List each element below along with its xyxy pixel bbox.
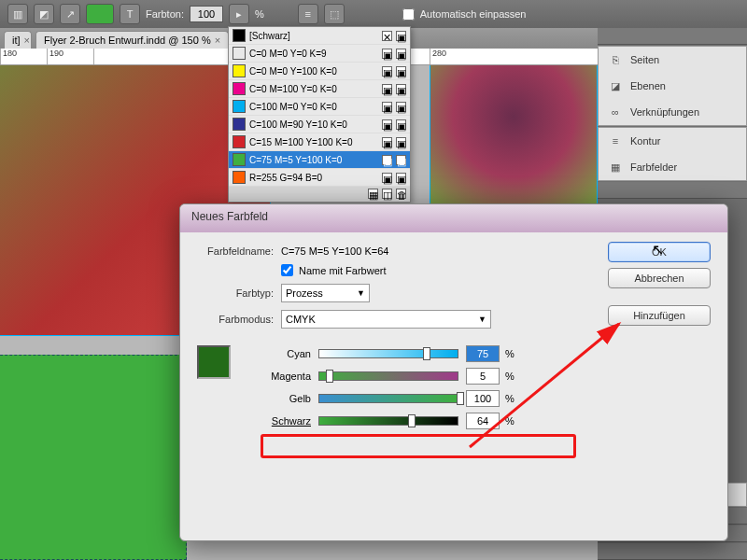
- tool-icon[interactable]: ↗: [60, 4, 80, 24]
- svg-line-0: [470, 324, 619, 447]
- panel-collapse-bar[interactable]: [598, 28, 747, 45]
- swatch-item[interactable]: C=100 M=90 Y=10 K=0▣▣: [229, 116, 410, 133]
- swatch-item[interactable]: C=0 M=0 Y=0 K=9▣▣: [229, 45, 410, 63]
- wrap-icon[interactable]: ⬚: [324, 4, 345, 24]
- panel-collapse-bar[interactable]: [598, 182, 747, 199]
- dialog-title: Neues Farbfeld: [180, 204, 727, 232]
- name-with-value-checkbox[interactable]: [281, 264, 293, 276]
- panel-ebenen[interactable]: ◪Ebenen: [599, 73, 746, 99]
- type-tool-icon[interactable]: T: [120, 4, 140, 24]
- name-with-value-label: Name mit Farbwert: [299, 265, 387, 276]
- align-icon[interactable]: ≡: [298, 4, 318, 24]
- close-icon[interactable]: ×: [24, 35, 30, 46]
- schwarz-slider[interactable]: [318, 416, 458, 426]
- panel-verknuepfungen[interactable]: ∞Verknüpfungen: [599, 99, 746, 125]
- pages-icon: ⎘: [608, 52, 623, 67]
- document-tab[interactable]: it]×: [4, 31, 32, 49]
- tool-icon[interactable]: ◩: [34, 4, 54, 24]
- swatch-item[interactable]: C=100 M=0 Y=0 K=0▣▣: [229, 98, 410, 116]
- swatch-item[interactable]: R=255 G=94 B=0▣▣: [229, 169, 410, 187]
- application-toolbar: ▥ ◩ ↗ T Farbton: ▸ % ≡ ⬚ Automatisch ein…: [0, 0, 747, 28]
- trash-icon[interactable]: 🗑: [396, 189, 406, 199]
- magenta-slider[interactable]: [318, 371, 458, 381]
- farbtyp-select[interactable]: Prozess▼: [281, 284, 370, 302]
- stroke-icon: ≡: [608, 133, 623, 148]
- swatch-item[interactable]: [Schwarz]✕▣: [229, 27, 410, 45]
- cyan-label: Cyan: [246, 348, 318, 359]
- farbton-label: Farbton:: [146, 8, 184, 20]
- swatches-dropdown: [Schwarz]✕▣ C=0 M=0 Y=0 K=9▣▣ C=0 M=0 Y=…: [228, 26, 411, 203]
- swatch-item[interactable]: C=0 M=100 Y=0 K=0▣▣: [229, 80, 410, 98]
- farbmodus-label: Farbmodus:: [197, 314, 281, 325]
- farbton-input[interactable]: [190, 6, 223, 22]
- swatch-name-value: C=75 M=5 Y=100 K=64: [281, 245, 388, 257]
- swatch-name-label: Farbfeldname:: [197, 245, 281, 257]
- cyan-slider[interactable]: [318, 349, 458, 358]
- cancel-button[interactable]: Abbrechen: [608, 268, 711, 288]
- gelb-label: Gelb: [246, 393, 318, 404]
- swatch-footer: ▦ ◫ 🗑: [229, 187, 410, 202]
- placed-image-grapes[interactable]: [430, 65, 598, 205]
- new-swatch-dialog: Neues Farbfeld OK Abbrechen Hinzufügen F…: [179, 203, 728, 541]
- cmyk-icon: ▣: [396, 31, 406, 41]
- auto-fit-label: Automatisch einpassen: [420, 8, 527, 20]
- farbtyp-label: Farbtyp:: [197, 287, 281, 299]
- fill-swatch[interactable]: [86, 4, 114, 24]
- color-preview: [197, 345, 231, 379]
- swatch-item[interactable]: C=0 M=0 Y=100 K=0▣▣: [229, 63, 410, 80]
- panel-collapse-bar[interactable]: [598, 543, 747, 560]
- links-icon: ∞: [608, 105, 623, 119]
- swatch-item-selected[interactable]: C=75 M=5 Y=100 K=0▣▣: [229, 151, 410, 169]
- auto-fit-checkbox[interactable]: [402, 8, 415, 21]
- swatch-item[interactable]: C=15 M=100 Y=100 K=0▣▣: [229, 133, 410, 151]
- panel-farbfelder[interactable]: ▦Farbfelder: [599, 154, 746, 180]
- panel-seiten[interactable]: ⎘Seiten: [599, 47, 746, 73]
- percent-label: %: [255, 8, 264, 20]
- panel-kontur[interactable]: ≡Kontur: [599, 128, 746, 154]
- document-tab-active[interactable]: Flyer 2-Bruch Entwurf.indd @ 150 %×: [35, 31, 229, 49]
- dropdown-icon[interactable]: ▸: [229, 4, 249, 24]
- tool-icon[interactable]: ▥: [7, 4, 28, 24]
- gelb-slider[interactable]: [318, 394, 458, 403]
- none-icon: ✕: [382, 31, 392, 41]
- annotation-arrow: [460, 316, 638, 456]
- new-swatch-icon[interactable]: ▦: [368, 189, 378, 199]
- layers-icon: ◪: [608, 78, 623, 93]
- swatches-icon: ▦: [608, 160, 623, 175]
- mouse-cursor-icon: ↖: [652, 241, 664, 259]
- magenta-label: Magenta: [246, 371, 318, 382]
- green-rectangle-frame[interactable]: [0, 355, 187, 560]
- close-icon[interactable]: ×: [215, 35, 220, 46]
- schwarz-label: Schwarz: [246, 415, 318, 427]
- new-swatch-icon[interactable]: ◫: [382, 189, 392, 199]
- chevron-down-icon: ▼: [357, 288, 365, 298]
